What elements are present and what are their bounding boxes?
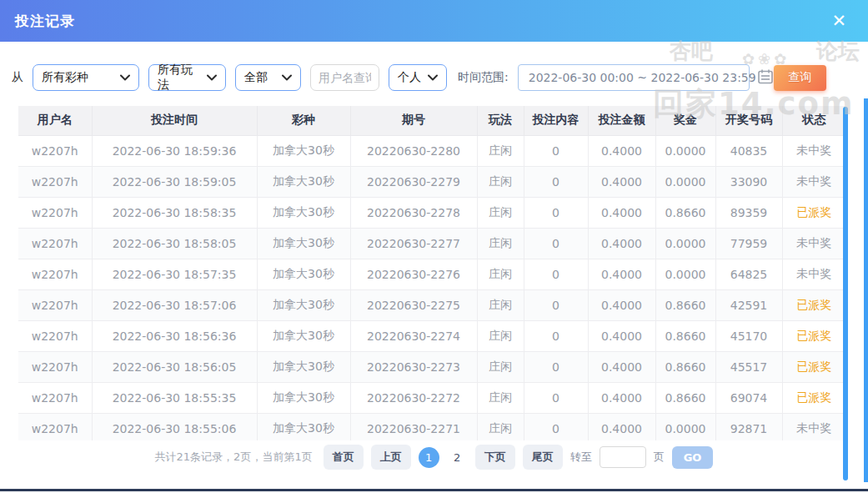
table-cell: w2207h: [18, 135, 92, 166]
go-button[interactable]: GO: [672, 446, 714, 469]
column-header: 奖金: [655, 106, 715, 135]
prev-page-button[interactable]: 上页: [371, 445, 411, 470]
table-cell: 加拿大30秒: [257, 259, 350, 289]
table-cell: 庄闲: [477, 320, 524, 351]
table-header-row: 用户名投注时间彩种期号玩法投注内容投注金额奖金开奖号码状态: [18, 106, 845, 135]
table-cell: w2207h: [18, 259, 92, 289]
next-page-button[interactable]: 下页: [475, 445, 515, 470]
table-cell: 89359: [715, 197, 782, 228]
table-scrollbar[interactable]: [843, 107, 848, 480]
table-cell: 加拿大30秒: [257, 289, 350, 320]
table-cell: 40835: [715, 135, 782, 166]
page-button-1[interactable]: 1: [419, 447, 439, 468]
close-icon[interactable]: ✕: [831, 13, 846, 30]
table-cell: 33090: [715, 166, 782, 197]
time-range-input[interactable]: 2022-06-30 00:00 ~ 2022-06-30 23:59: [518, 64, 750, 91]
table-cell: 0: [524, 382, 588, 413]
table-row: w2207h2022-06-30 18:57:35加拿大30秒20220630-…: [18, 259, 845, 289]
table-cell: 45170: [715, 320, 782, 351]
chevron-down-icon: [282, 74, 292, 81]
page-bottom-divider: [0, 489, 868, 491]
bets-table-body: w2207h2022-06-30 18:59:36加拿大30秒20220630-…: [18, 135, 845, 440]
table-row: w2207h2022-06-30 18:56:36加拿大30秒20220630-…: [18, 320, 845, 351]
table-cell: 庄闲: [477, 413, 524, 440]
table-cell: 2022-06-30 18:59:36: [92, 135, 257, 166]
table-cell: 0.8660: [655, 197, 715, 228]
bets-table: 用户名投注时间彩种期号玩法投注内容投注金额奖金开奖号码状态 w2207h2022…: [18, 106, 845, 440]
chevron-down-icon: [120, 74, 130, 81]
table-cell: 20220630-2275: [350, 289, 477, 320]
last-page-button[interactable]: 尾页: [523, 445, 563, 470]
table-cell: 0.4000: [588, 289, 655, 320]
table-cell: 0.8660: [655, 289, 715, 320]
table-cell: 0.0000: [655, 135, 715, 166]
table-cell: 庄闲: [477, 259, 524, 289]
calendar-icon[interactable]: [756, 68, 775, 88]
table-cell: 加拿大30秒: [257, 351, 350, 382]
table-cell: 0: [524, 135, 588, 166]
table-cell: 0.4000: [588, 320, 655, 351]
page-button-2[interactable]: 2: [447, 447, 468, 468]
status-filter-select[interactable]: 全部: [235, 64, 301, 91]
from-label: 从: [12, 70, 23, 85]
table-cell: 庄闲: [477, 135, 524, 166]
time-range-label: 时间范围:: [458, 70, 509, 85]
status-cell: 已派奖: [782, 197, 845, 228]
table-cell: 2022-06-30 18:58:35: [92, 197, 257, 228]
table-cell: 加拿大30秒: [257, 382, 350, 413]
table-cell: w2207h: [18, 197, 92, 228]
table-cell: 0.0000: [655, 259, 715, 289]
table-cell: 20220630-2273: [350, 351, 477, 382]
first-page-button[interactable]: 首页: [324, 445, 364, 470]
time-range-value: 2022-06-30 00:00 ~ 2022-06-30 23:59: [529, 71, 756, 84]
table-cell: 0.8660: [655, 382, 715, 413]
dialog-title: 投注记录: [15, 12, 75, 31]
table-cell: 2022-06-30 18:55:06: [92, 413, 257, 440]
table-cell: 0.4000: [588, 228, 655, 259]
page-scrollbar[interactable]: [864, 98, 868, 482]
page-unit-label: 页: [654, 450, 665, 465]
goto-page-input[interactable]: [600, 446, 646, 468]
table-row: w2207h2022-06-30 18:55:35加拿大30秒20220630-…: [18, 382, 845, 413]
table-cell: 0: [524, 413, 588, 440]
table-cell: w2207h: [18, 320, 92, 351]
table-cell: 庄闲: [477, 197, 524, 228]
table-cell: 20220630-2278: [350, 197, 477, 228]
table-cell: 64825: [715, 259, 782, 289]
table-cell: 0.4000: [588, 135, 655, 166]
column-header: 状态: [782, 106, 845, 135]
scope-value: 个人: [398, 70, 421, 85]
column-header: 投注时间: [92, 106, 257, 135]
table-cell: 2022-06-30 18:56:36: [92, 320, 257, 351]
table-cell: 0: [524, 166, 588, 197]
status-cell: 未中奖: [782, 135, 845, 166]
username-search-input[interactable]: [310, 64, 379, 91]
goto-label: 转至: [570, 450, 592, 465]
table-cell: 42591: [715, 289, 782, 320]
search-button[interactable]: 查询: [774, 65, 826, 91]
table-cell: 92871: [715, 413, 782, 440]
play-type-value: 所有玩法: [158, 63, 200, 93]
column-header: 投注内容: [524, 106, 588, 135]
table-row: w2207h2022-06-30 18:58:35加拿大30秒20220630-…: [18, 197, 845, 228]
table-row: w2207h2022-06-30 18:55:06加拿大30秒20220630-…: [18, 413, 845, 440]
table-cell: 45517: [715, 351, 782, 382]
table-cell: 20220630-2276: [350, 259, 477, 289]
table-cell: 庄闲: [477, 166, 524, 197]
table-cell: 加拿大30秒: [257, 197, 350, 228]
table-cell: 2022-06-30 18:59:05: [92, 166, 257, 197]
table-cell: 加拿大30秒: [257, 166, 350, 197]
lottery-type-select[interactable]: 所有彩种: [33, 64, 139, 91]
play-type-select[interactable]: 所有玩法: [148, 64, 226, 91]
record-count-summary: 共计21条记录，2页，当前第1页: [155, 450, 313, 465]
scope-select[interactable]: 个人: [389, 64, 447, 91]
column-header: 用户名: [18, 106, 92, 135]
table-cell: w2207h: [18, 382, 92, 413]
table-cell: 0.0000: [655, 228, 715, 259]
table-cell: 2022-06-30 18:55:35: [92, 382, 257, 413]
table-cell: 0.0000: [655, 413, 715, 440]
table-cell: 0: [524, 289, 588, 320]
column-header: 玩法: [477, 106, 524, 135]
table-row: w2207h2022-06-30 18:57:06加拿大30秒20220630-…: [18, 289, 845, 320]
status-cell: 未中奖: [782, 228, 845, 259]
